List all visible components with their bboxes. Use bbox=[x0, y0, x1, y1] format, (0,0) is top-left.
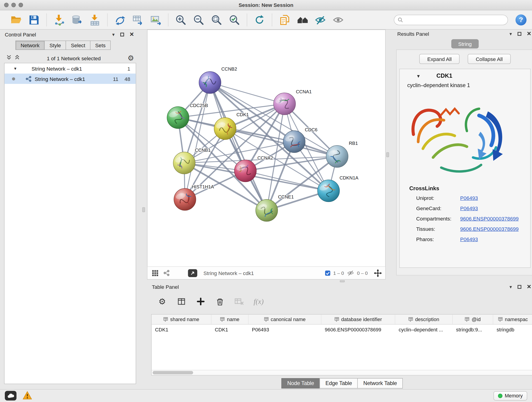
cloud-status-button[interactable] bbox=[5, 391, 17, 401]
table-cell[interactable]: CDK1 bbox=[152, 325, 211, 335]
panel-float-button[interactable]: ▾ bbox=[510, 32, 512, 36]
birdseye-crosshair-icon[interactable] bbox=[374, 269, 382, 277]
edge[interactable] bbox=[245, 171, 329, 191]
selected-checkbox-icon[interactable] bbox=[325, 270, 331, 276]
crosslink-link[interactable]: P06493 bbox=[460, 236, 478, 242]
tab-network[interactable]: Network bbox=[16, 41, 45, 50]
tab-edge-table[interactable]: Edge Table bbox=[320, 378, 358, 389]
panel-maximize-button[interactable] bbox=[120, 32, 124, 36]
eye-button[interactable] bbox=[331, 12, 346, 27]
grid-view-button[interactable] bbox=[151, 269, 159, 277]
network-view-share-button[interactable] bbox=[163, 269, 171, 277]
search-box[interactable] bbox=[394, 15, 508, 25]
show-columns-button[interactable] bbox=[177, 297, 186, 306]
edge[interactable] bbox=[185, 83, 210, 199]
node-CCNB2[interactable] bbox=[199, 71, 221, 94]
save-session-button[interactable] bbox=[27, 12, 41, 27]
column-header[interactable]: shared name bbox=[152, 315, 211, 324]
minimize-window-button[interactable] bbox=[12, 3, 16, 7]
close-window-button[interactable] bbox=[4, 3, 9, 7]
refresh-button[interactable] bbox=[252, 12, 267, 27]
import-network-database-button[interactable] bbox=[70, 12, 84, 27]
expand-all-tree-button[interactable] bbox=[14, 54, 20, 62]
column-header[interactable]: name bbox=[211, 315, 249, 324]
expand-all-button[interactable]: Expand All bbox=[419, 54, 460, 64]
column-header[interactable]: canonical name bbox=[249, 315, 322, 324]
network-arrows-button[interactable] bbox=[113, 12, 127, 27]
network-row[interactable]: String Network – cdk1 11 48 bbox=[5, 74, 136, 84]
node-CDK1[interactable] bbox=[214, 118, 236, 140]
houses-button[interactable] bbox=[295, 12, 310, 27]
crosslink-link[interactable]: 9606.ENSP00000378699 bbox=[460, 216, 519, 222]
panel-float-button[interactable]: ▾ bbox=[510, 284, 512, 289]
zoom-in-button[interactable] bbox=[174, 12, 188, 27]
splitter-handle[interactable] bbox=[386, 153, 389, 157]
zoom-fit-button[interactable] bbox=[209, 12, 224, 27]
network-table-button[interactable] bbox=[131, 12, 145, 27]
delete-table-button[interactable] bbox=[234, 297, 244, 306]
table-cell[interactable]: cyclin–dependent ... bbox=[395, 325, 453, 335]
node-CCNA2[interactable] bbox=[234, 160, 256, 182]
warnings-button[interactable] bbox=[23, 391, 32, 401]
network-canvas[interactable]: CCNB2CCNA1CDC25BCDK1CDC6RB1CCNB1CCNA2CDK… bbox=[147, 30, 385, 267]
column-header[interactable]: description bbox=[395, 315, 453, 324]
memory-button[interactable]: Memory bbox=[493, 391, 527, 400]
node-RB1[interactable] bbox=[326, 146, 348, 167]
panel-close-button[interactable]: ✕ bbox=[129, 32, 134, 37]
table-cell[interactable]: stringdb:9... bbox=[453, 325, 493, 335]
node-CCNA1[interactable] bbox=[273, 93, 296, 115]
horizontal-scrollbar[interactable] bbox=[152, 370, 532, 375]
node-CCNE1[interactable] bbox=[256, 199, 278, 221]
export-image-button[interactable] bbox=[148, 12, 163, 27]
scrollbar-thumb[interactable] bbox=[152, 371, 193, 375]
function-builder-button[interactable]: f(x) bbox=[254, 297, 264, 306]
tab-node-table[interactable]: Node Table bbox=[281, 378, 320, 389]
tab-style[interactable]: Style bbox=[44, 41, 66, 50]
zoom-out-button[interactable] bbox=[191, 12, 206, 27]
network-collection-row[interactable]: ▼ String Network – cdk1 1 bbox=[5, 63, 136, 74]
crosslink-link[interactable]: P06493 bbox=[460, 195, 478, 201]
table-options-gear-icon[interactable]: ⚙ bbox=[157, 297, 167, 306]
search-input[interactable] bbox=[405, 17, 504, 22]
panel-close-button[interactable]: ✕ bbox=[527, 31, 531, 36]
duplicate-document-button[interactable] bbox=[278, 12, 292, 27]
node-CDKN1A[interactable] bbox=[317, 180, 340, 202]
collapse-all-tree-button[interactable] bbox=[6, 54, 12, 62]
hidden-eye-icon[interactable] bbox=[347, 270, 354, 276]
column-header[interactable]: @id bbox=[453, 315, 493, 324]
open-session-button[interactable] bbox=[9, 12, 23, 27]
tab-string[interactable]: String bbox=[451, 39, 479, 49]
panel-close-button[interactable]: ✕ bbox=[527, 284, 531, 289]
open-in-new-view-button[interactable] bbox=[188, 269, 197, 277]
tab-sets[interactable]: Sets bbox=[90, 41, 111, 50]
splitter-handle[interactable] bbox=[340, 280, 345, 282]
tab-network-table[interactable]: Network Table bbox=[357, 378, 403, 389]
panel-float-button[interactable]: ▾ bbox=[112, 32, 115, 37]
delete-column-button[interactable] bbox=[215, 297, 225, 306]
add-column-button[interactable] bbox=[196, 297, 206, 306]
import-network-file-button[interactable] bbox=[52, 12, 66, 27]
crosslink-link[interactable]: P06493 bbox=[460, 205, 478, 211]
node-CDC6[interactable] bbox=[283, 131, 305, 153]
zoom-selected-button[interactable] bbox=[227, 12, 242, 27]
table-row[interactable]: CDK1 CDK1 P06493 9606.ENSP00000378699 cy… bbox=[152, 325, 532, 335]
crosslink-link[interactable]: 9606.ENSP00000378699 bbox=[460, 226, 519, 232]
network-options-gear-icon[interactable]: ⚙ bbox=[128, 55, 134, 62]
column-header[interactable]: database identifier bbox=[322, 315, 395, 324]
table-cell[interactable]: 9606.ENSP00000378699 bbox=[322, 325, 395, 335]
panel-maximize-button[interactable] bbox=[517, 285, 521, 289]
collapse-all-button[interactable]: Collapse All bbox=[468, 54, 511, 64]
gene-card-caret-icon[interactable]: ▼ bbox=[416, 73, 421, 79]
tree-caret-icon[interactable]: ▼ bbox=[13, 66, 17, 70]
eye-edit-button[interactable] bbox=[313, 12, 328, 27]
node-CCNB1[interactable] bbox=[173, 152, 195, 174]
tab-select[interactable]: Select bbox=[66, 41, 90, 50]
table-cell[interactable]: P06493 bbox=[249, 325, 322, 335]
panel-maximize-button[interactable] bbox=[517, 32, 521, 36]
node-HIST1H1A[interactable] bbox=[174, 188, 196, 211]
node-CDC25B[interactable] bbox=[167, 107, 189, 128]
import-table-button[interactable] bbox=[88, 12, 102, 27]
zoom-window-button[interactable] bbox=[19, 3, 23, 7]
table-cell[interactable]: CDK1 bbox=[211, 325, 249, 335]
table-cell[interactable]: stringdb bbox=[493, 325, 532, 335]
